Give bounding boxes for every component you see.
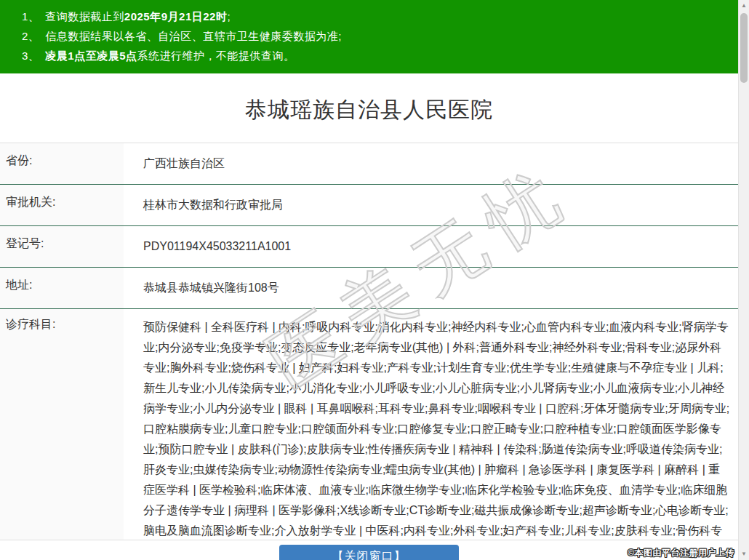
notice-banner: 1、查询数据截止到2025年9月21日22时; 2、信息数据结果以各省、自治区、… bbox=[0, 0, 749, 73]
field-label: 审批机关: bbox=[0, 185, 124, 225]
notice-line-3: 3、凌晨1点至凌晨5点系统进行维护，不能提供查询。 bbox=[22, 46, 734, 65]
scrollbar[interactable]: ▲ ▼ bbox=[738, 0, 749, 560]
field-value: 恭城县恭城镇兴隆街108号 bbox=[124, 268, 738, 308]
close-window-button[interactable]: 【关闭窗口】 bbox=[279, 545, 459, 560]
notice-bold-text: 凌晨1点至凌晨5点 bbox=[45, 49, 137, 62]
field-value: 桂林市大数据和行政审批局 bbox=[124, 185, 738, 225]
main-content: 恭城瑶族自治县人民医院 省份: 广西壮族自治区 审批机关: 桂林市大数据和行政审… bbox=[0, 95, 738, 560]
notice-line-2: 2、信息数据结果以各省、自治区、直辖市卫生健康委数据为准; bbox=[22, 26, 734, 46]
notice-text: 查询数据截止到 bbox=[45, 10, 124, 23]
field-value: PDY01194X45033211A1001 bbox=[124, 226, 738, 267]
field-value: 预防保健科 | 全科医疗科 | 内科;呼吸内科专业;消化内科专业;神经内科专业;… bbox=[124, 309, 738, 540]
notice-number: 2、 bbox=[22, 30, 39, 42]
notice-text: ; bbox=[227, 10, 231, 23]
table-row-medical-departments: 诊疗科目: 预防保健科 | 全科医疗科 | 内科;呼吸内科专业;消化内科专业;神… bbox=[0, 309, 738, 540]
field-label: 登记号: bbox=[0, 226, 124, 267]
notice-text: 信息数据结果以各省、自治区、直辖市卫生健康委数据为准; bbox=[45, 30, 342, 42]
notice-number: 3、 bbox=[22, 49, 39, 62]
field-label: 地址: bbox=[0, 268, 124, 308]
scroll-up-arrow-icon[interactable]: ▲ bbox=[739, 0, 749, 12]
image-credit: ©本图由平台注册用户上传 bbox=[628, 547, 734, 559]
field-label: 省份: bbox=[0, 143, 124, 184]
notice-line-1: 1、查询数据截止到2025年9月21日22时; bbox=[22, 7, 734, 26]
table-row-address: 地址: 恭城县恭城镇兴隆街108号 bbox=[0, 268, 738, 309]
hospital-title: 恭城瑶族自治县人民医院 bbox=[0, 95, 738, 125]
field-label: 诊疗科目: bbox=[0, 309, 124, 540]
table-row-registration-number: 登记号: PDY01194X45033211A1001 bbox=[0, 226, 738, 268]
scrollbar-thumb[interactable] bbox=[740, 13, 748, 83]
table-row-province: 省份: 广西壮族自治区 bbox=[0, 143, 738, 185]
notice-text: 系统进行维护，不能提供查询。 bbox=[137, 49, 295, 62]
table-row-approval-authority: 审批机关: 桂林市大数据和行政审批局 bbox=[0, 185, 738, 226]
field-value: 广西壮族自治区 bbox=[124, 143, 738, 184]
scroll-down-arrow-icon[interactable]: ▼ bbox=[739, 548, 749, 560]
hospital-info-table: 省份: 广西壮族自治区 审批机关: 桂林市大数据和行政审批局 登记号: PDY0… bbox=[0, 143, 738, 540]
notice-number: 1、 bbox=[22, 10, 39, 23]
notice-bold-text: 2025年9月21日22时 bbox=[124, 10, 228, 23]
